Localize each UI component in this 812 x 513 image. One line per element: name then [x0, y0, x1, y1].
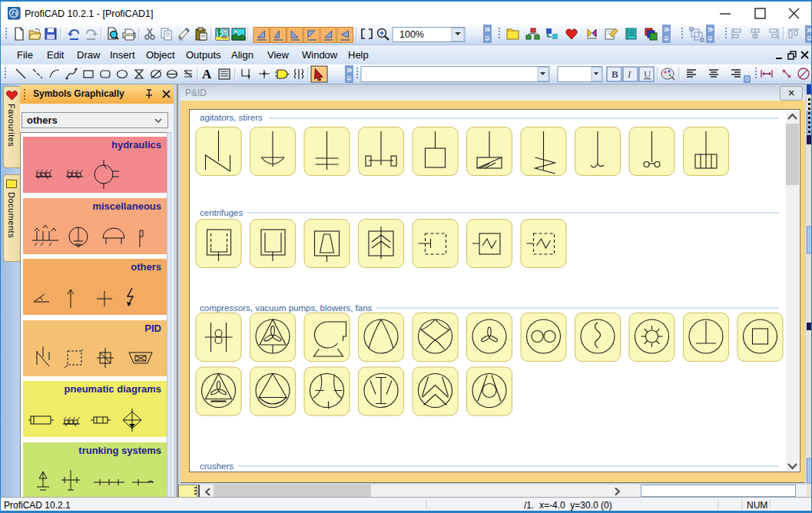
svg-text:I: I	[627, 68, 631, 80]
svg-text:A: A	[202, 67, 212, 81]
svg-text:compressors, vacuum pumps, blo: compressors, vacuum pumps, blowers, fans	[200, 303, 373, 313]
svg-text:B: B	[611, 68, 618, 80]
svg-text:agitators, stirers: agitators, stirers	[200, 113, 263, 122]
svg-text:U: U	[644, 68, 651, 80]
svg-text:centrifuges: centrifuges	[200, 208, 244, 217]
svg-text:100%: 100%	[399, 29, 424, 40]
svg-text:crushers: crushers	[200, 462, 234, 470]
